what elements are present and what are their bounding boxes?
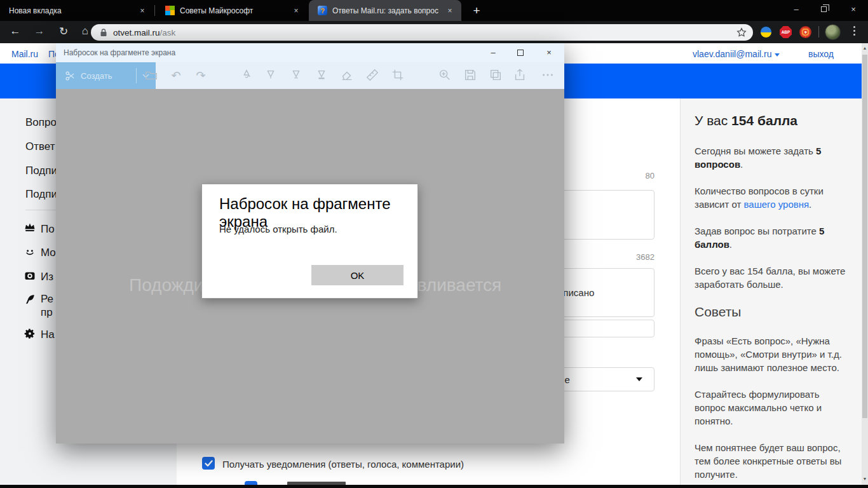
dialog-message: Не удалось открыть файл. — [219, 224, 337, 234]
tip-paragraph: Фразы «Есть вопрос», «Нужна помощь», «См… — [695, 334, 848, 374]
snip-create-button[interactable]: Создать — [56, 62, 156, 89]
chevron-down-icon — [775, 53, 780, 57]
camera-icon — [24, 270, 36, 281]
microsoft-logo-icon — [165, 6, 175, 15]
points-heading: У вас 154 балла — [695, 113, 848, 128]
url-path: /ask — [160, 28, 176, 37]
forward-button[interactable]: → — [32, 25, 47, 37]
points-paragraph: Всего у вас 154 балла, вы можете заработ… — [695, 264, 848, 291]
sidebar-item-questions[interactable]: Вопро — [25, 116, 57, 129]
tab-new-tab[interactable]: Новая вкладка × — [0, 0, 154, 21]
pencil-button[interactable] — [288, 68, 304, 83]
sidebar-item-subscriptions[interactable]: Подпи — [25, 165, 57, 177]
browser-menu-icon[interactable] — [853, 26, 855, 36]
user-email-link[interactable]: vlaev.daniil@mail.ru — [693, 49, 780, 59]
page-scrollbar[interactable]: ▲ ▼ — [862, 43, 868, 485]
screen: Новая вкладка × Советы Майкрософт × ? От… — [0, 0, 868, 488]
smiley-icon — [24, 247, 36, 258]
scroll-down-icon[interactable]: ▼ — [862, 477, 868, 481]
crop-button[interactable] — [390, 68, 405, 83]
logout-link[interactable]: выход — [808, 49, 834, 59]
reload-button[interactable]: ↻ — [56, 25, 71, 38]
tab-microsoft-tips[interactable]: Советы Майкрософт × — [156, 0, 308, 21]
copy-button[interactable] — [488, 68, 503, 83]
browser-restore-button[interactable] — [821, 6, 827, 12]
your-level-link[interactable]: вашего уровня — [744, 199, 810, 210]
more-options-button[interactable] — [540, 68, 555, 83]
snip-minimize-button[interactable]: – — [488, 48, 498, 57]
open-file-button[interactable] — [144, 68, 159, 83]
bottom-taskbar-edge — [0, 485, 868, 488]
sidebar-item-followers[interactable]: Подпи — [25, 188, 57, 201]
snip-create-label: Создать — [81, 71, 112, 81]
extension-sphere-icon[interactable] — [760, 26, 772, 38]
lock-icon — [100, 28, 107, 37]
pen-icon — [24, 294, 36, 305]
scissors-icon — [65, 71, 76, 81]
extensions-separator — [818, 26, 819, 37]
redo-button[interactable]: ↷ — [193, 68, 208, 83]
notify-checkbox[interactable] — [202, 457, 215, 470]
touch-writing-button[interactable] — [239, 68, 254, 83]
snip-maximize-button[interactable] — [517, 50, 524, 56]
sidebar-item-crown[interactable]: По — [41, 223, 55, 236]
tip-paragraph: Чем понятнее будет ваш вопрос, тем более… — [695, 441, 848, 481]
sidebar-item-settings[interactable]: На — [41, 329, 55, 341]
share-button[interactable] — [512, 68, 527, 83]
eraser-button[interactable] — [339, 68, 355, 83]
bookmark-star-icon[interactable] — [736, 27, 747, 38]
tab-title: Новая вкладка — [9, 6, 132, 15]
create-separator — [136, 68, 137, 83]
tab-title: Ответы Mail.ru: задать вопрос — [332, 6, 440, 15]
highlighter-button[interactable] — [314, 68, 329, 83]
ballpoint-pen-button[interactable] — [263, 68, 278, 83]
points-sidebar: У вас 154 балла Сегодня вы можете задать… — [680, 98, 862, 485]
sidebar-item-camera[interactable]: Из — [41, 271, 53, 283]
otvet-mailru-favicon: ? — [318, 6, 327, 15]
tips-heading: Советы — [695, 304, 848, 320]
browser-minimize-button[interactable]: – — [790, 4, 803, 14]
address-bar[interactable]: otvet.mail.ru/ask — [91, 24, 753, 41]
tab-title: Советы Майкрософт — [180, 6, 286, 15]
browser-close-button[interactable]: × — [847, 4, 860, 14]
snip-sketch-window: Набросок на фрагменте экрана – × Создать… — [56, 43, 564, 444]
title-char-counter: 80 — [604, 171, 654, 180]
scroll-up-icon[interactable]: ▲ — [862, 46, 868, 50]
user-email: vlaev.daniil@mail.ru — [693, 49, 771, 59]
tab-close-icon[interactable]: × — [137, 6, 147, 15]
new-tab-button[interactable]: + — [468, 3, 485, 19]
zoom-button[interactable] — [437, 68, 452, 83]
mailru-home-link[interactable]: Mail.ru — [11, 49, 38, 59]
ok-button[interactable]: OK — [311, 265, 403, 285]
tab-close-icon[interactable]: × — [291, 6, 301, 15]
canvas-wait-text-right: авливается — [407, 275, 501, 295]
snip-title-bar[interactable]: Набросок на фрагменте экрана – × — [56, 43, 564, 62]
ruler-button[interactable] — [365, 68, 380, 83]
dropdown-caret-icon — [636, 377, 642, 381]
browser-profile-avatar[interactable] — [825, 24, 841, 40]
snip-window-title: Набросок на фрагменте экрана — [64, 48, 175, 57]
url-host: otvet.mail.ru — [113, 28, 160, 37]
browser-toolbar: ← → ↻ ⌂ otvet.mail.ru/ask ABP — [0, 21, 868, 43]
extension-rings-icon[interactable] — [799, 26, 811, 38]
undo-button[interactable]: ↶ — [168, 68, 184, 83]
adblock-plus-icon[interactable]: ABP — [780, 26, 792, 38]
notify-checkbox-label: Получать уведомления (ответы, голоса, ко… — [222, 459, 464, 470]
error-dialog: Набросок на фрагменте экрана Не удалось … — [201, 184, 418, 299]
crown-icon — [24, 222, 36, 234]
gear-icon — [24, 328, 36, 339]
browser-tab-bar: Новая вкладка × Советы Майкрософт × ? От… — [0, 0, 868, 21]
sidebar-item-smiley[interactable]: Мо — [41, 247, 56, 259]
tab-close-icon[interactable]: × — [445, 6, 455, 15]
tab-otvet-mailru[interactable]: ? Ответы Mail.ru: задать вопрос × — [309, 0, 461, 21]
back-button[interactable]: ← — [8, 25, 23, 37]
sidebar-item-pen[interactable]: Ре пр — [41, 292, 53, 319]
snip-close-button[interactable]: × — [544, 48, 554, 57]
snip-toolbar: Создать ↶ ↷ — [56, 62, 564, 89]
points-paragraph: Сегодня вы можете задать 5 вопросов. — [695, 144, 848, 171]
save-button[interactable] — [463, 68, 478, 83]
tip-paragraph: Старайтесь формулировать вопрос максимал… — [695, 388, 848, 428]
scrollbar-thumb[interactable] — [862, 55, 867, 418]
tab-separator — [154, 5, 155, 16]
sidebar-item-answers[interactable]: Ответ — [25, 140, 55, 153]
